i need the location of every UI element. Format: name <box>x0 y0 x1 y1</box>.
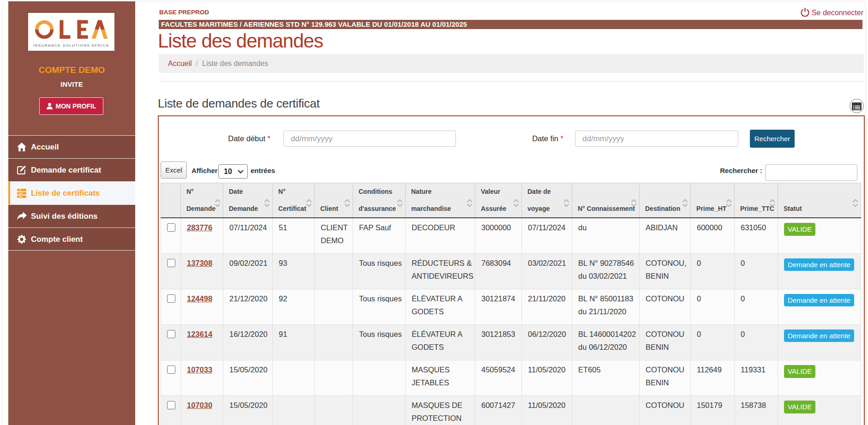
svg-text:INSURANCE SOLUTIONS AFRICA: INSURANCE SOLUTIONS AFRICA <box>33 43 109 48</box>
